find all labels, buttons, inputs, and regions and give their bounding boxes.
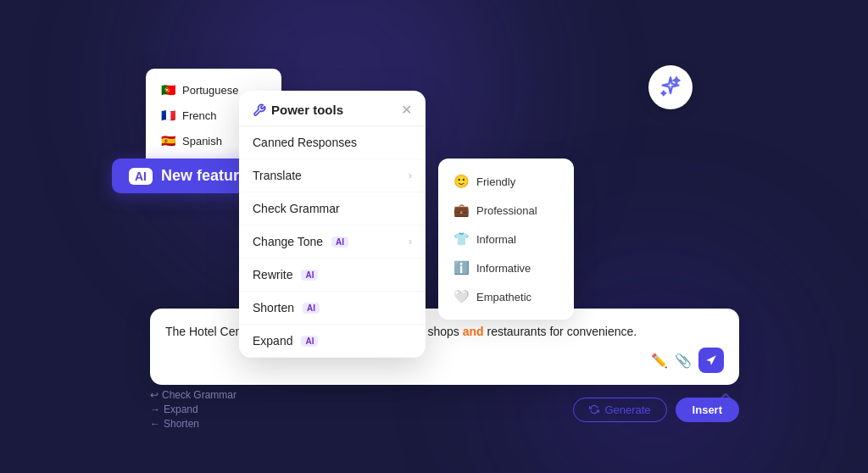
- tone-empathetic-label: Empathetic: [476, 291, 531, 303]
- expand-ai-tag: AI: [301, 336, 318, 347]
- panel-title: Power tools: [253, 103, 343, 117]
- sparkle-circle: [648, 65, 693, 109]
- check-grammar-link-icon: ↩: [150, 389, 159, 401]
- bottom-bar: ↩ Check Grammar → Expand ← Shorten Gener…: [150, 389, 739, 430]
- check-grammar-link[interactable]: ↩ Check Grammar: [150, 389, 236, 401]
- main-scene: 🇵🇹 Portuguese 🇫🇷 French 🇪🇸 Spanish 🇩🇪 Ge…: [103, 33, 765, 440]
- tone-item-empathetic[interactable]: 🤍 Empathetic: [438, 282, 574, 311]
- insert-label: Insert: [693, 403, 722, 416]
- tone-professional-label: Professional: [476, 204, 537, 217]
- tone-informative-label: Informative: [476, 262, 531, 275]
- tone-item-informal[interactable]: 👕 Informal: [438, 225, 574, 253]
- tone-informal-label: Informal: [476, 233, 516, 246]
- menu-item-rewrite[interactable]: Rewrite AI: [239, 259, 426, 292]
- insert-button[interactable]: Insert: [676, 398, 739, 422]
- shorten-label: Shorten: [253, 301, 294, 314]
- power-tools-panel: Power tools ✕ Canned Responses Translate…: [239, 91, 426, 358]
- change-tone-label: Change Tone: [253, 235, 323, 248]
- expand-left: Expand AI: [253, 334, 318, 348]
- text-suffix: restaurants for convenience.: [484, 325, 637, 338]
- change-tone-left: Change Tone AI: [253, 235, 348, 248]
- informal-icon: 👕: [453, 231, 470, 247]
- send-button[interactable]: [698, 348, 724, 373]
- tone-panel: 🙂 Friendly 💼 Professional 👕 Informal ℹ️ …: [438, 159, 574, 320]
- rewrite-ai-tag: AI: [301, 270, 318, 281]
- shorten-ai-tag: AI: [303, 303, 320, 314]
- edit-icon[interactable]: ✏️: [651, 353, 668, 369]
- flag-portuguese: 🇵🇹: [161, 83, 175, 97]
- menu-item-expand[interactable]: Expand AI: [239, 325, 426, 358]
- menu-item-change-tone[interactable]: Change Tone AI ›: [239, 225, 426, 259]
- professional-icon: 💼: [453, 203, 470, 218]
- lang-label-french: French: [182, 109, 216, 122]
- chevron-right-icon: ›: [409, 170, 412, 181]
- generate-label: Generate: [604, 403, 650, 416]
- translate-left: Translate: [253, 169, 302, 182]
- friendly-icon: 🙂: [453, 174, 470, 189]
- empathetic-icon: 🤍: [453, 289, 470, 304]
- attachment-icon[interactable]: 📎: [675, 353, 692, 369]
- check-grammar-label: Check Grammar: [253, 202, 340, 215]
- flag-spanish: 🇪🇸: [161, 134, 175, 147]
- shorten-left: Shorten AI: [253, 301, 320, 314]
- expand-link-icon: →: [150, 403, 160, 415]
- rewrite-left: Rewrite AI: [253, 268, 318, 281]
- shorten-link-icon: ←: [150, 418, 160, 430]
- ai-badge: AI: [129, 168, 153, 185]
- close-button[interactable]: ✕: [401, 103, 412, 117]
- shorten-link-label: Shorten: [164, 418, 199, 430]
- tone-item-professional[interactable]: 💼 Professional: [438, 196, 574, 225]
- expand-label: Expand: [253, 334, 292, 348]
- check-grammar-link-label: Check Grammar: [162, 389, 236, 401]
- change-tone-ai-tag: AI: [331, 236, 348, 248]
- informative-icon: ℹ️: [453, 260, 470, 275]
- tone-item-friendly[interactable]: 🙂 Friendly: [438, 167, 574, 196]
- new-feature-text: New feature: [161, 167, 248, 185]
- lang-label-portuguese: Portuguese: [182, 84, 239, 97]
- flag-french: 🇫🇷: [161, 109, 175, 122]
- send-icon: [705, 354, 717, 366]
- expand-link[interactable]: → Expand: [150, 403, 236, 415]
- canned-responses-label: Canned Responses: [253, 136, 357, 149]
- refresh-icon: [589, 404, 599, 415]
- chevron-right-tone-icon: ›: [409, 236, 412, 248]
- bottom-left: ↩ Check Grammar → Expand ← Shorten: [150, 389, 236, 430]
- translate-label: Translate: [253, 169, 302, 182]
- menu-item-translate[interactable]: Translate ›: [239, 159, 426, 192]
- shorten-link[interactable]: ← Shorten: [150, 418, 236, 430]
- menu-item-check-grammar[interactable]: Check Grammar: [239, 192, 426, 225]
- panel-header: Power tools ✕: [239, 91, 426, 126]
- tone-friendly-label: Friendly: [476, 175, 515, 188]
- lang-label-spanish: Spanish: [182, 135, 222, 147]
- text-highlight: and: [463, 325, 484, 338]
- sparkle-icon: [659, 75, 682, 99]
- bottom-right: Generate Insert: [573, 398, 739, 422]
- generate-button[interactable]: Generate: [573, 398, 666, 422]
- tone-item-informative[interactable]: ℹ️ Informative: [438, 253, 574, 282]
- menu-item-canned-responses[interactable]: Canned Responses: [239, 126, 426, 159]
- expand-link-label: Expand: [164, 403, 198, 415]
- rewrite-label: Rewrite: [253, 268, 292, 281]
- wrench-icon: [253, 103, 266, 117]
- menu-item-shorten[interactable]: Shorten AI: [239, 292, 426, 325]
